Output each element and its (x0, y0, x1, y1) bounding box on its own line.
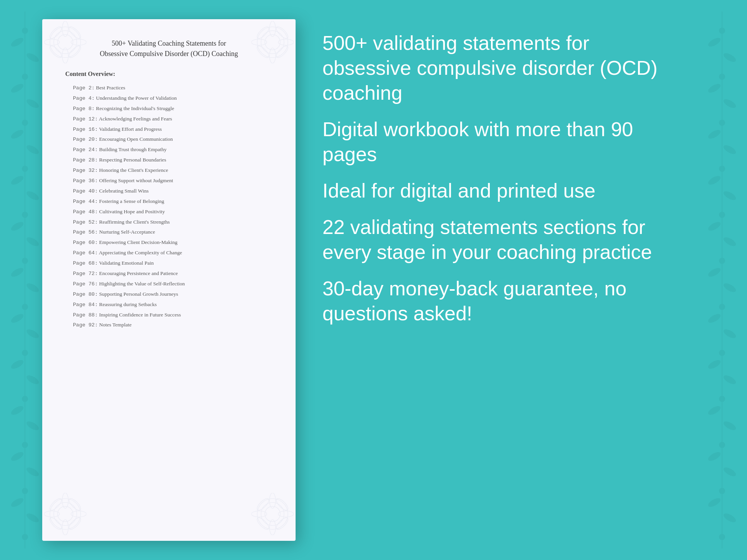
svg-point-17 (10, 404, 25, 417)
content-overview-label: Content Overview: (65, 71, 273, 77)
svg-point-37 (722, 51, 737, 64)
svg-point-22 (25, 512, 40, 524)
floral-border-right (697, 0, 747, 560)
svg-point-85 (269, 48, 276, 63)
svg-point-106 (269, 493, 276, 508)
toc-item: Page 24: Building Trust through Empathy (65, 146, 273, 154)
svg-point-83 (265, 35, 280, 50)
toc-item: Page 52: Reaffirming the Client's Streng… (65, 219, 273, 226)
svg-point-2 (25, 51, 40, 64)
svg-point-6 (25, 143, 40, 156)
svg-point-66 (719, 396, 725, 402)
svg-point-95 (62, 493, 68, 508)
svg-point-1 (10, 36, 25, 48)
feature-feature1: 500+ validating statements for obsessive… (322, 31, 676, 105)
svg-point-113 (255, 516, 271, 531)
svg-point-53 (722, 420, 737, 432)
svg-point-92 (50, 499, 81, 529)
svg-point-109 (278, 511, 294, 517)
svg-point-90 (274, 25, 290, 40)
table-of-contents: Page 2: Best PracticesPage 4: Understand… (65, 84, 273, 329)
svg-point-41 (722, 143, 737, 156)
svg-point-45 (722, 236, 737, 248)
svg-point-69 (719, 534, 725, 540)
svg-point-110 (255, 497, 271, 512)
svg-point-111 (274, 516, 290, 531)
svg-point-78 (67, 44, 83, 59)
feature-text-feature4: 22 validating statements sections for ev… (322, 215, 676, 265)
svg-point-25 (22, 120, 28, 126)
svg-point-13 (10, 312, 25, 324)
svg-point-5 (10, 128, 25, 140)
toc-item: Page 28: Respecting Personal Boundaries (65, 156, 273, 164)
svg-point-104 (261, 502, 284, 525)
svg-point-67 (719, 442, 725, 448)
document-card: 500+ Validating Coaching Statements for … (42, 19, 296, 541)
toc-item: Page 4: Understanding the Power of Valid… (65, 95, 273, 102)
toc-item: Page 20: Encouraging Open Communication (65, 136, 273, 143)
corner-decoration-br (248, 493, 294, 539)
toc-item: Page 48: Cultivating Hope and Positivity (65, 208, 273, 216)
corner-decoration-tr (248, 21, 294, 67)
svg-point-108 (251, 511, 267, 517)
toc-item: Page 2: Best Practices (65, 84, 273, 92)
svg-point-74 (62, 48, 68, 63)
document-title: 500+ Validating Coaching Statements for … (65, 38, 273, 59)
svg-point-3 (10, 82, 25, 94)
svg-point-28 (22, 258, 28, 264)
svg-point-9 (10, 220, 25, 232)
svg-point-4 (25, 97, 40, 110)
svg-point-49 (722, 328, 737, 340)
svg-point-14 (25, 328, 40, 340)
svg-point-61 (719, 166, 725, 172)
svg-point-112 (274, 497, 290, 512)
svg-point-73 (62, 21, 68, 36)
svg-point-34 (22, 534, 28, 540)
feature-feature4: 22 validating statements sections for ev… (322, 215, 676, 265)
svg-point-39 (722, 97, 737, 110)
svg-point-77 (48, 25, 63, 40)
svg-point-19 (10, 450, 25, 463)
svg-point-47 (722, 282, 737, 294)
svg-point-107 (269, 520, 276, 535)
svg-point-52 (707, 404, 722, 417)
svg-point-21 (10, 496, 25, 509)
svg-point-24 (22, 74, 28, 80)
svg-point-79 (67, 25, 83, 40)
toc-item: Page 72: Encouraging Persistence and Pat… (65, 270, 273, 278)
svg-point-60 (719, 120, 725, 126)
svg-point-38 (707, 82, 722, 94)
svg-point-48 (707, 312, 722, 324)
feature-text-feature3: Ideal for digital and printed use (322, 178, 676, 203)
features-panel: 500+ validating statements for obsessive… (315, 23, 699, 537)
svg-point-33 (22, 488, 28, 494)
toc-item: Page 92: Notes Template (65, 321, 273, 329)
svg-point-31 (22, 396, 28, 402)
toc-item: Page 12: Acknowledging Feelings and Fear… (65, 115, 273, 123)
toc-item: Page 60: Empowering Client Decision-Maki… (65, 239, 273, 247)
svg-point-18 (25, 420, 40, 432)
svg-point-82 (261, 31, 284, 54)
svg-point-29 (22, 304, 28, 310)
svg-point-43 (722, 189, 737, 202)
svg-point-86 (251, 39, 267, 45)
svg-point-75 (44, 39, 59, 45)
feature-text-feature2: Digital workbook with more than 90 pages (322, 117, 676, 167)
feature-text-feature1: 500+ validating statements for obsessive… (322, 31, 676, 105)
svg-point-51 (722, 374, 737, 386)
svg-point-7 (10, 174, 25, 186)
toc-item: Page 8: Recognizing the Individual's Str… (65, 105, 273, 113)
svg-point-56 (707, 496, 722, 509)
feature-feature3: Ideal for digital and printed use (322, 178, 676, 203)
svg-point-101 (67, 497, 83, 512)
svg-point-63 (719, 258, 725, 264)
corner-decoration-tl (44, 21, 90, 67)
svg-point-8 (25, 189, 40, 202)
svg-point-94 (58, 506, 73, 522)
svg-point-50 (707, 358, 722, 371)
svg-point-103 (257, 499, 288, 529)
svg-point-57 (722, 512, 737, 524)
svg-point-10 (25, 236, 40, 248)
svg-point-87 (278, 39, 294, 45)
toc-item: Page 88: Inspiring Confidence in Future … (65, 311, 273, 319)
